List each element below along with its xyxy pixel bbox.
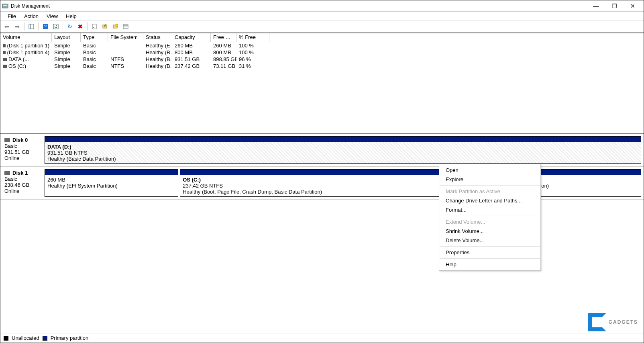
ctx-delete[interactable]: Delete Volume...	[439, 236, 540, 245]
ctx-change-letter[interactable]: Change Drive Letter and Paths...	[439, 196, 540, 205]
volume-row[interactable]: DATA (...SimpleBasicNTFSHealthy (B...931…	[0, 56, 644, 63]
rescan-icon[interactable]: ↻	[65, 22, 75, 31]
partition[interactable]: 260 MBHealthy (EFI System Partition)	[45, 169, 178, 197]
watermark: GADGETS	[588, 313, 638, 331]
partition-bar	[180, 169, 479, 175]
list-icon[interactable]	[121, 22, 130, 31]
minimize-button[interactable]: —	[587, 0, 605, 12]
svg-rect-7	[92, 24, 96, 29]
volume-row[interactable]: (Disk 1 partition 1)SimpleBasicHealthy (…	[0, 42, 644, 49]
volume-list-header: Volume Layout Type File System Status Ca…	[0, 33, 644, 42]
delete-icon[interactable]: ✖	[75, 22, 85, 31]
svg-rect-11	[123, 24, 128, 29]
disk-icon	[4, 138, 10, 142]
help-icon[interactable]: ?	[41, 22, 50, 31]
partition[interactable]: DATA (D:)931.51 GB NTFSHealthy (Basic Da…	[45, 136, 641, 164]
disk-info: Disk 1Basic238.46 GBOnline	[3, 169, 43, 197]
ctx-mark-active: Mark Partition as Active	[439, 187, 540, 196]
col-pctfree[interactable]: % Free	[236, 33, 269, 42]
menu-file[interactable]: File	[4, 12, 20, 20]
disk-graphical-view: Disk 0Basic931.51 GBOnlineDATA (D:)931.5…	[0, 133, 644, 200]
ctx-open[interactable]: Open	[439, 165, 540, 175]
disk-row: Disk 0Basic931.51 GBOnlineDATA (D:)931.5…	[0, 134, 644, 167]
volume-row[interactable]: (Disk 1 partition 4)SimpleBasicHealthy (…	[0, 49, 644, 56]
refresh-icon[interactable]	[51, 22, 61, 31]
partition-bar	[45, 137, 641, 142]
volume-icon	[3, 44, 6, 47]
disk-row: Disk 1Basic238.46 GBOnline260 MBHealthy …	[0, 167, 644, 200]
action-icon[interactable]	[100, 22, 110, 31]
legend-primary: Primary partition	[51, 335, 89, 341]
ctx-help[interactable]: Help	[439, 260, 540, 269]
volume-icon	[3, 51, 6, 54]
volume-row[interactable]: OS (C:)SimpleBasicNTFSHealthy (B...237.4…	[0, 63, 644, 69]
svg-rect-1	[3, 5, 7, 6]
col-status[interactable]: Status	[143, 33, 172, 42]
context-menu: Open Explore Mark Partition as Active Ch…	[439, 164, 541, 271]
ctx-explore[interactable]: Explore	[439, 175, 540, 184]
app-icon	[2, 3, 8, 9]
volume-list[interactable]: Volume Layout Type File System Status Ca…	[0, 33, 644, 133]
col-free[interactable]: Free Sp...	[211, 33, 236, 42]
svg-rect-0	[2, 4, 8, 8]
volume-icon	[3, 65, 7, 68]
legend: Unallocated Primary partition	[0, 333, 644, 343]
ctx-extend: Extend Volume...	[439, 217, 540, 227]
window-title: Disk Management	[11, 3, 587, 9]
menu-action[interactable]: Action	[20, 12, 43, 20]
col-layout[interactable]: Layout	[52, 33, 81, 42]
forward-icon[interactable]: ➡	[12, 22, 22, 31]
properties-icon[interactable]	[90, 22, 99, 31]
ctx-format[interactable]: Format...	[439, 205, 540, 214]
disk-icon	[4, 171, 10, 175]
window-controls: — ❐ ✕	[587, 0, 642, 12]
partition-bar	[45, 169, 178, 175]
back-icon[interactable]: ⬅	[2, 22, 12, 31]
svg-rect-2	[29, 24, 34, 29]
swatch-unallocated	[4, 336, 8, 341]
titlebar: Disk Management — ❐ ✕	[0, 0, 644, 12]
menubar: File Action View Help	[0, 12, 644, 20]
swatch-primary	[43, 336, 47, 341]
close-button[interactable]: ✕	[624, 0, 642, 12]
show-tree-icon[interactable]	[26, 22, 36, 31]
menu-help[interactable]: Help	[62, 12, 81, 20]
toolbar: ⬅ ➡ ? ↻ ✖	[0, 20, 644, 33]
col-filesystem[interactable]: File System	[108, 33, 143, 42]
maximize-button[interactable]: ❐	[605, 0, 624, 12]
svg-point-10	[116, 24, 118, 27]
legend-unallocated: Unallocated	[12, 335, 39, 341]
attach-icon[interactable]	[110, 22, 120, 31]
svg-rect-6	[53, 24, 58, 29]
partition[interactable]: OS (C:)237.42 GB NTFSHealthy (Boot, Page…	[180, 169, 479, 197]
volume-icon	[3, 58, 7, 61]
ctx-properties[interactable]: Properties	[439, 248, 540, 257]
col-type[interactable]: Type	[81, 33, 108, 42]
col-capacity[interactable]: Capacity	[172, 33, 211, 42]
disk-info: Disk 0Basic931.51 GBOnline	[3, 136, 43, 164]
menu-view[interactable]: View	[43, 12, 62, 20]
svg-text:?: ?	[44, 24, 47, 29]
col-volume[interactable]: Volume	[0, 33, 52, 42]
ctx-shrink[interactable]: Shrink Volume...	[439, 227, 540, 236]
